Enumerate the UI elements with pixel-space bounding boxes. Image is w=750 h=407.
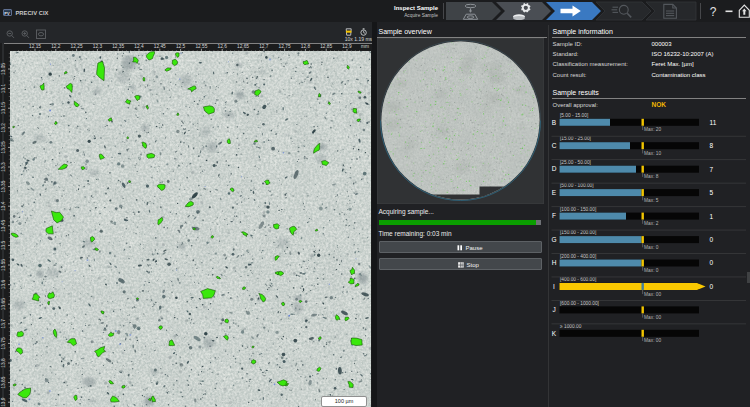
svg-text:H: H [552, 259, 557, 266]
svg-text:Max: 00: Max: 00 [644, 315, 661, 320]
svg-text:F: F [552, 212, 556, 219]
svg-text:[25.00 - 50.00]: [25.00 - 50.00] [560, 160, 591, 165]
svg-text:I: I [553, 283, 555, 290]
svg-text:[200.00 - 400.00]: [200.00 - 400.00] [560, 254, 596, 259]
svg-text:5: 5 [710, 189, 714, 196]
svg-text:[5.00 - 15.00]: [5.00 - 15.00] [560, 113, 588, 118]
svg-text:K: K [552, 330, 557, 337]
svg-text:[400.00 - 600.00]: [400.00 - 600.00] [560, 277, 596, 282]
svg-text:7: 7 [710, 166, 714, 173]
svg-text:[150.00 - 200.00]: [150.00 - 200.00] [560, 230, 596, 235]
svg-text:Max: 8: Max: 8 [644, 174, 659, 179]
svg-text:Max: 0: Max: 0 [644, 268, 659, 273]
svg-text:[50.00 - 100.00]: [50.00 - 100.00] [560, 183, 594, 188]
svg-text:Max: 00: Max: 00 [644, 338, 661, 343]
svg-text:1: 1 [710, 213, 714, 220]
svg-text:[15.00 - 25.00]: [15.00 - 25.00] [560, 136, 591, 141]
svg-text:J: J [552, 306, 555, 313]
svg-text:11: 11 [710, 119, 717, 126]
svg-text:Max: 00: Max: 00 [644, 292, 661, 297]
svg-text:Max: 2: Max: 2 [644, 221, 659, 226]
svg-text:Max: 20: Max: 20 [644, 127, 661, 132]
svg-text:Max: 5: Max: 5 [644, 198, 659, 203]
svg-text:8: 8 [710, 142, 714, 149]
svg-text:E: E [552, 189, 557, 196]
svg-text:0: 0 [710, 283, 714, 290]
svg-text:[100.00 - 150.00]: [100.00 - 150.00] [560, 207, 596, 212]
svg-text:C: C [552, 142, 557, 149]
svg-text:0: 0 [710, 236, 714, 243]
svg-text:0: 0 [710, 259, 714, 266]
svg-text:≥ 1000.00: ≥ 1000.00 [560, 324, 582, 329]
svg-text:Max: 10: Max: 10 [644, 151, 661, 156]
svg-text:Max: 0: Max: 0 [644, 245, 659, 250]
svg-text:D: D [552, 165, 557, 172]
svg-text:[600.00 - 1000.00]: [600.00 - 1000.00] [560, 301, 599, 306]
svg-text:B: B [552, 119, 556, 126]
svg-text:G: G [551, 236, 556, 243]
